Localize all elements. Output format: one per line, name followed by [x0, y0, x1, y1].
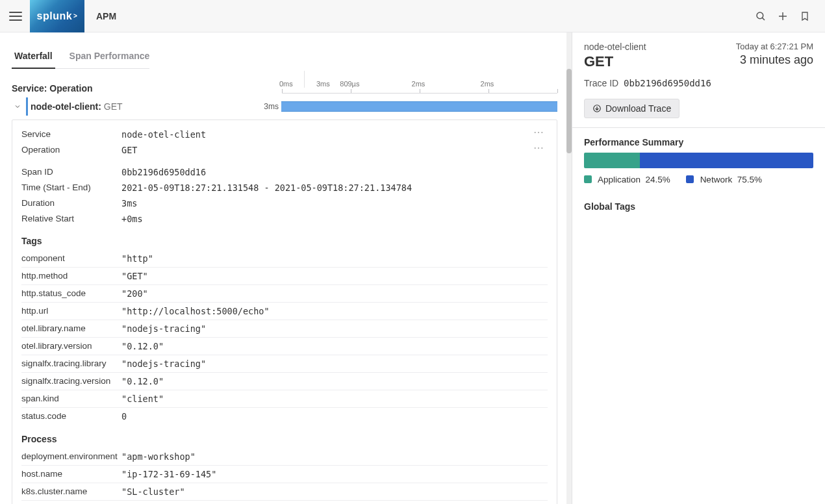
hamburger-menu-button[interactable] [9, 10, 22, 23]
span-duration: 3ms [251, 102, 281, 111]
swatch-application [584, 175, 592, 183]
kv-row: OperationGET⋯ [21, 142, 548, 158]
kv-value: GET [121, 145, 529, 155]
kv-value: "client" [121, 394, 548, 404]
kv-row: http.url"http://localhost:5000/echo" [21, 303, 548, 320]
kv-row: signalfx.tracing.version"0.12.0" [21, 373, 548, 390]
kv-key: signalfx.tracing.version [21, 376, 121, 386]
content: Waterfall Span Performance Service: Oper… [0, 32, 825, 504]
kv-row: otel.library.name"nodejs-tracing" [21, 320, 548, 338]
kv-row: signalfx.tracing.library"nodejs-tracing" [21, 355, 548, 373]
kv-value: 2021-05-09T18:27:21.131548 - 2021-05-09T… [121, 183, 548, 193]
timeline-ticks: 0ms 809µs 2ms 2ms 3ms [282, 81, 557, 94]
kv-row: status.code0 [21, 408, 548, 425]
span-gantt-bar [281, 101, 557, 112]
kv-row: Relative Start+0ms [21, 211, 548, 227]
svg-line-1 [762, 18, 765, 20]
kv-key: signalfx.tracing.library [21, 359, 121, 368]
kv-value: "nodejs-tracing" [121, 359, 548, 369]
kv-key: otel.library.name [21, 323, 121, 333]
download-icon [592, 104, 602, 113]
kv-row: http.method"GET" [21, 268, 548, 285]
tags-header: Tags [21, 236, 548, 246]
sidebar-service: node-otel-client [584, 42, 646, 52]
app-bar: splunk> APM [0, 0, 825, 32]
kv-value: 0 [121, 411, 548, 422]
kv-row: deployment.environment"apm-workshop" [21, 448, 548, 466]
span-service: node-otel-client: [31, 101, 101, 112]
kv-key: Relative Start [21, 214, 121, 223]
kv-key: component [21, 253, 121, 263]
legend-network: Network 75.5% [686, 175, 762, 184]
kv-key: host.name [21, 469, 121, 479]
kv-key: http.status_code [21, 288, 121, 298]
kv-value: 0bb2196d6950dd16 [121, 167, 548, 177]
kv-key: Time (Start - End) [21, 183, 121, 192]
performance-bar-network [640, 153, 813, 168]
tick-label: 3ms [304, 71, 557, 88]
more-icon[interactable]: ⋯ [529, 145, 548, 151]
kv-row: component"http" [21, 250, 548, 268]
more-icon[interactable]: ⋯ [529, 129, 548, 136]
trace-id-value: 0bb2196d6950dd16 [624, 78, 711, 88]
kv-key: Service [21, 129, 121, 139]
add-icon[interactable] [772, 5, 794, 27]
kv-value: +0ms [121, 214, 548, 224]
timestamp: Today at 6:27:21 PM 3 minutes ago [736, 42, 813, 68]
kv-key: status.code [21, 411, 121, 421]
performance-bar-application [584, 153, 640, 168]
logo-text: splunk [37, 10, 73, 22]
process-header: Process [21, 434, 548, 444]
sidebar-operation: GET [584, 53, 646, 70]
performance-bar [584, 153, 813, 168]
product-name: APM [96, 11, 116, 21]
kv-value: 3ms [121, 198, 548, 208]
timeline-axis-label: Service: Operation [12, 83, 282, 94]
global-tags-header: Global Tags [584, 201, 813, 212]
kv-key: Duration [21, 198, 121, 208]
kv-row: Span ID0bb2196d6950dd16 [21, 164, 548, 180]
tab-span-performance[interactable]: Span Performance [67, 47, 153, 69]
kv-value: "SL-cluster" [121, 486, 548, 497]
span-color-indicator [26, 97, 28, 116]
chevron-down-icon[interactable] [12, 103, 23, 110]
kv-key: http.method [21, 271, 121, 281]
span-details: Servicenode-otel-client⋯OperationGET⋯Spa… [12, 120, 557, 504]
tabs: Waterfall Span Performance [12, 32, 557, 69]
performance-legend: Application 24.5% Network 75.5% [584, 175, 813, 184]
kv-key: http.url [21, 306, 121, 316]
kv-value: node-otel-client [121, 129, 529, 140]
span-operation: GET [104, 101, 123, 112]
download-label: Download Trace [605, 103, 671, 114]
legend-application: Application 24.5% [584, 175, 670, 184]
kv-row: span.kind"client" [21, 390, 548, 408]
tab-waterfall[interactable]: Waterfall [12, 47, 55, 69]
kv-key: deployment.environment [21, 451, 121, 461]
kv-value: "nodejs-tracing" [121, 323, 548, 334]
tick-label: 0ms [279, 80, 293, 88]
splunk-logo[interactable]: splunk> [30, 0, 84, 32]
kv-value: "http://localhost:5000/echo" [121, 306, 548, 316]
kv-row: otel.library.version"0.12.0" [21, 338, 548, 355]
kv-row: Duration3ms [21, 195, 548, 211]
download-trace-button[interactable]: Download Trace [584, 99, 679, 118]
kv-key: k8s.cluster.name [21, 486, 121, 496]
kv-key: span.kind [21, 394, 121, 403]
span-row[interactable]: node-otel-client: GET 3ms [12, 97, 557, 116]
trace-id: Trace ID 0bb2196d6950dd16 [584, 78, 813, 88]
kv-row: Time (Start - End)2021-05-09T18:27:21.13… [21, 180, 548, 195]
left-panel: Waterfall Span Performance Service: Oper… [0, 32, 572, 504]
right-panel: node-otel-client GET Today at 6:27:21 PM… [572, 32, 825, 504]
timestamp-relative: 3 minutes ago [736, 53, 813, 68]
logo-suffix: > [73, 12, 77, 19]
kv-value: "0.12.0" [121, 341, 548, 351]
scrollbar-thumb[interactable] [566, 69, 572, 153]
performance-summary-header: Performance Summary [584, 137, 813, 147]
kv-row: k8s.cluster.name"SL-cluster" [21, 483, 548, 501]
kv-row: host.name"ip-172-31-69-145" [21, 466, 548, 483]
search-icon[interactable] [750, 5, 772, 27]
kv-value: "ip-172-31-69-145" [121, 469, 548, 479]
kv-key: otel.library.version [21, 341, 121, 351]
kv-value: "apm-workshop" [121, 451, 548, 462]
bookmark-icon[interactable] [794, 5, 816, 27]
